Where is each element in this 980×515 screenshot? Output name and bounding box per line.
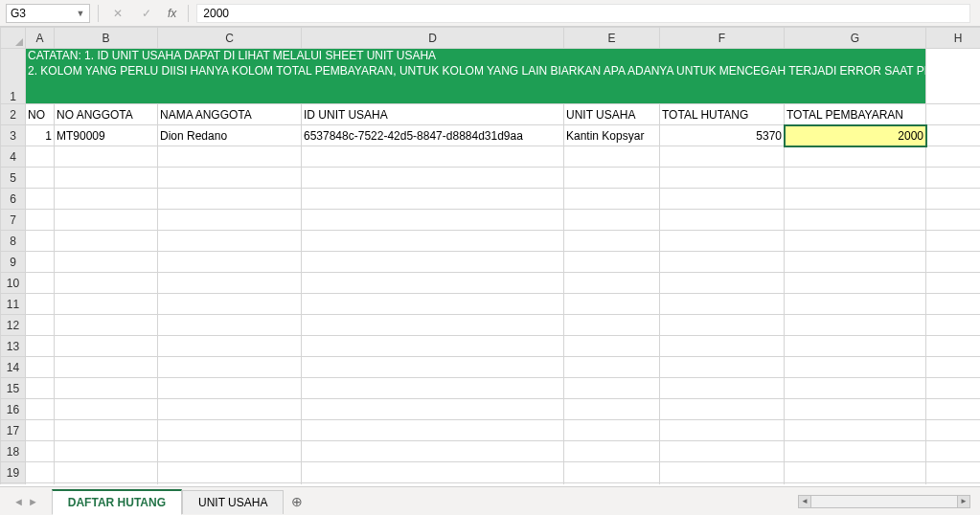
cell[interactable] — [564, 462, 660, 483]
row-header-18[interactable]: 18 — [1, 441, 26, 462]
cell[interactable] — [302, 378, 564, 399]
cell[interactable] — [302, 189, 564, 210]
spreadsheet-grid[interactable]: A B C D E F G H 1 CATATAN: 1. ID UNIT US… — [0, 27, 980, 484]
cell[interactable] — [660, 420, 785, 441]
cell[interactable] — [55, 273, 158, 294]
cell[interactable] — [26, 168, 55, 189]
cell[interactable] — [55, 420, 158, 441]
cell[interactable] — [660, 336, 785, 357]
cell[interactable] — [926, 462, 981, 483]
cell-header-total-pembayaran[interactable]: TOTAL PEMBAYARAN — [785, 104, 926, 125]
scroll-left-icon[interactable]: ◄ — [798, 495, 811, 508]
row-header-2[interactable]: 2 — [1, 104, 26, 125]
name-box[interactable]: G3 ▼ — [6, 4, 90, 23]
row-header-8[interactable]: 8 — [1, 231, 26, 252]
cell-header-unit-usaha[interactable]: UNIT USAHA — [564, 104, 660, 125]
cell[interactable] — [660, 462, 785, 483]
sheet-tab-unit-usaha[interactable]: UNIT USAHA — [182, 490, 284, 514]
cell-unit-usaha[interactable]: Kantin Kopsyar — [564, 125, 660, 146]
cell[interactable] — [302, 420, 564, 441]
row-header-12[interactable]: 12 — [1, 315, 26, 336]
cell[interactable] — [26, 294, 55, 315]
cell[interactable] — [926, 399, 981, 420]
cell[interactable] — [785, 189, 926, 210]
cell[interactable] — [660, 294, 785, 315]
cell-nama-anggota[interactable]: Dion Redano — [158, 125, 302, 146]
cell[interactable] — [564, 357, 660, 378]
cell[interactable] — [302, 210, 564, 231]
cell[interactable] — [26, 378, 55, 399]
cell[interactable] — [564, 420, 660, 441]
cell-header-id-unit-usaha[interactable]: ID UNIT USAHA — [302, 104, 564, 125]
cell[interactable] — [302, 399, 564, 420]
cell[interactable] — [926, 294, 981, 315]
cell[interactable] — [26, 483, 55, 485]
cell[interactable] — [564, 336, 660, 357]
cell[interactable] — [926, 441, 981, 462]
row-header-1[interactable]: 1 — [1, 49, 26, 104]
name-box-dropdown-icon[interactable]: ▼ — [76, 9, 85, 18]
cell[interactable] — [302, 336, 564, 357]
cell[interactable] — [55, 483, 158, 485]
cell[interactable] — [158, 378, 302, 399]
cell[interactable] — [926, 357, 981, 378]
cell[interactable] — [26, 252, 55, 273]
cell[interactable] — [26, 336, 55, 357]
cell[interactable] — [55, 336, 158, 357]
cell[interactable] — [785, 420, 926, 441]
cell[interactable] — [158, 210, 302, 231]
cell[interactable] — [55, 168, 158, 189]
cell[interactable] — [55, 294, 158, 315]
cell-header-no-anggota[interactable]: NO ANGGOTA — [55, 104, 158, 125]
cell[interactable] — [926, 210, 981, 231]
fx-icon[interactable]: fx — [164, 7, 180, 20]
cell[interactable] — [158, 336, 302, 357]
cancel-icon[interactable]: ✕ — [106, 4, 129, 23]
cell[interactable] — [55, 252, 158, 273]
cell[interactable] — [55, 399, 158, 420]
cell-total-pembayaran[interactable]: 2000 — [785, 125, 926, 146]
cell[interactable] — [785, 462, 926, 483]
cell[interactable] — [660, 252, 785, 273]
row-header-17[interactable]: 17 — [1, 420, 26, 441]
cell[interactable] — [302, 168, 564, 189]
cell[interactable] — [158, 294, 302, 315]
col-header-D[interactable]: D — [302, 28, 564, 49]
cell-header-nama-anggota[interactable]: NAMA ANGGOTA — [158, 104, 302, 125]
cell[interactable] — [785, 336, 926, 357]
cell-header-total-hutang[interactable]: TOTAL HUTANG — [660, 104, 785, 125]
cell[interactable] — [926, 273, 981, 294]
tab-nav-next-icon[interactable]: ► — [28, 496, 38, 507]
cell[interactable] — [660, 399, 785, 420]
row-header-9[interactable]: 9 — [1, 252, 26, 273]
cell[interactable] — [26, 357, 55, 378]
cell[interactable] — [926, 378, 981, 399]
row-header-7[interactable]: 7 — [1, 210, 26, 231]
cell[interactable] — [660, 189, 785, 210]
cell[interactable] — [302, 273, 564, 294]
cell[interactable] — [785, 399, 926, 420]
cell-total-hutang[interactable]: 5370 — [660, 125, 785, 146]
cell[interactable] — [564, 168, 660, 189]
cell[interactable] — [785, 294, 926, 315]
cell[interactable] — [785, 210, 926, 231]
col-header-B[interactable]: B — [55, 28, 158, 49]
cell[interactable] — [660, 441, 785, 462]
cell[interactable] — [564, 294, 660, 315]
cell[interactable] — [158, 315, 302, 336]
cell[interactable] — [302, 462, 564, 483]
cell[interactable] — [564, 399, 660, 420]
cell[interactable] — [302, 357, 564, 378]
cell-no-anggota[interactable]: MT90009 — [55, 125, 158, 146]
row-header-10[interactable]: 10 — [1, 273, 26, 294]
scroll-track[interactable] — [811, 495, 957, 508]
cell[interactable] — [785, 168, 926, 189]
cell[interactable] — [926, 168, 981, 189]
row-header-3[interactable]: 3 — [1, 125, 26, 146]
scroll-right-icon[interactable]: ► — [957, 495, 970, 508]
cell[interactable] — [785, 378, 926, 399]
cell[interactable] — [785, 273, 926, 294]
cell[interactable] — [55, 315, 158, 336]
note-cell[interactable]: CATATAN: 1. ID UNIT USAHA DAPAT DI LIHAT… — [26, 49, 926, 104]
row-header-19[interactable]: 19 — [1, 462, 26, 483]
